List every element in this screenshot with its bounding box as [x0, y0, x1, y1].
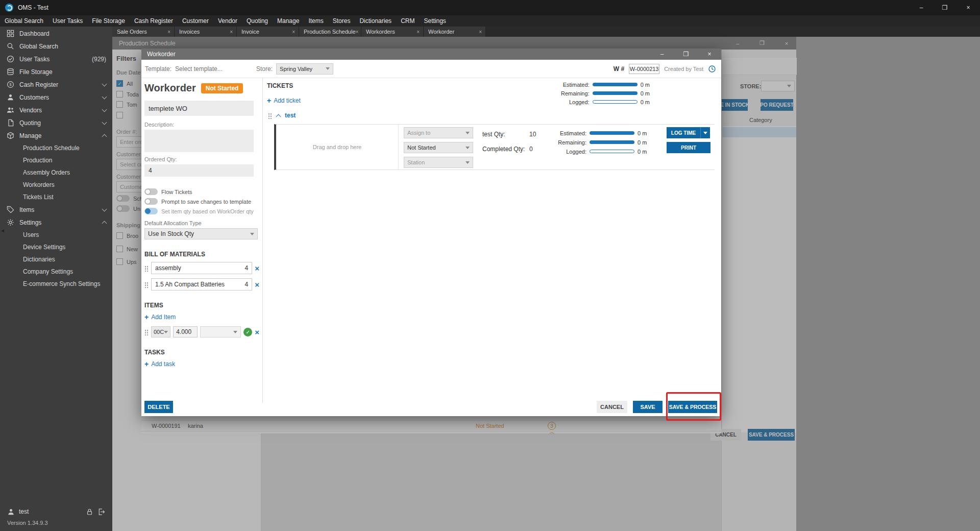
item-qty-workorder-toggle[interactable]: [144, 208, 158, 214]
maximize-icon[interactable]: ❐: [678, 49, 694, 60]
menu-file-storage[interactable]: File Storage: [87, 15, 130, 27]
sidebar-item-cash-register[interactable]: $ Cash Register: [0, 78, 112, 91]
chevron-down-icon: [465, 161, 470, 164]
menu-user-tasks[interactable]: User Tasks: [48, 15, 87, 27]
print-button[interactable]: PRINT: [667, 142, 710, 153]
items-heading: ITEMS: [144, 302, 259, 309]
tab-invoices[interactable]: Invoices×: [175, 27, 237, 37]
sidebar-item-global-search[interactable]: Global Search: [0, 40, 112, 53]
tab-workorder[interactable]: Workorder×: [424, 27, 486, 37]
save-and-process-button[interactable]: SAVE & PROCESS: [668, 401, 717, 413]
station-select[interactable]: Station: [404, 157, 473, 168]
ordered-qty-input[interactable]: [144, 164, 254, 177]
minimize-icon[interactable]: –: [910, 0, 933, 15]
sidebar-item-dictionaries[interactable]: Dictionaries: [0, 253, 112, 266]
menu-vendor[interactable]: Vendor: [213, 15, 242, 27]
ticket-status-select[interactable]: Not Started: [404, 142, 473, 153]
store-select[interactable]: Spring Valley: [276, 63, 333, 75]
menu-global-search[interactable]: Global Search: [0, 15, 48, 27]
close-icon[interactable]: ×: [957, 0, 980, 15]
menu-items[interactable]: Items: [304, 15, 328, 27]
delete-button[interactable]: DELETE: [144, 401, 173, 413]
sidebar-item-dashboard[interactable]: Dashboard: [0, 27, 112, 40]
menu-dictionaries[interactable]: Dictionaries: [355, 15, 396, 27]
add-task-link[interactable]: +Add task: [144, 360, 259, 368]
log-time-dropdown-button[interactable]: [700, 127, 710, 138]
sidebar-item-device-settings[interactable]: Device Settings: [0, 241, 112, 253]
logout-icon[interactable]: [97, 508, 105, 516]
sidebar-item-users[interactable]: Users: [0, 229, 112, 241]
sidebar-item-quoting[interactable]: Quoting: [0, 116, 112, 129]
menu-customer[interactable]: Customer: [178, 15, 213, 27]
drag-handle-icon[interactable]: [144, 329, 149, 335]
menu-stores[interactable]: Stores: [328, 15, 355, 27]
log-time-button[interactable]: LOG TIME: [667, 127, 700, 138]
store-label: Store:: [256, 65, 273, 73]
sidebar-item-company-settings[interactable]: Company Settings: [0, 266, 112, 278]
remove-icon[interactable]: ×: [255, 264, 259, 272]
menu-crm[interactable]: CRM: [396, 15, 419, 27]
tab-close-icon[interactable]: ×: [356, 29, 359, 35]
bom-item[interactable]: assembly4: [151, 262, 252, 274]
sidebar-item-production[interactable]: Production: [0, 154, 112, 166]
tab-close-icon[interactable]: ×: [479, 29, 482, 35]
drag-handle-icon[interactable]: [144, 281, 149, 288]
ticket-card: Drag and drop here Assign to Not Started…: [274, 124, 715, 170]
tab-production-schedule[interactable]: Production Schedule×: [299, 27, 361, 37]
sidebar-item-vendors[interactable]: Vendors: [0, 104, 112, 116]
sidebar-item-workorders[interactable]: Workorders: [0, 179, 112, 191]
drag-handle-icon[interactable]: [268, 112, 272, 119]
minimize-icon[interactable]: –: [654, 49, 670, 60]
assign-to-select[interactable]: Assign to: [404, 127, 473, 138]
sidebar-item-tickets-list[interactable]: Tickets List: [0, 191, 112, 203]
sidebar-collapse-icon[interactable]: ◄: [0, 228, 5, 233]
sidebar-item-file-storage[interactable]: File Storage: [0, 65, 112, 78]
sidebar-item-settings[interactable]: Settings: [0, 216, 112, 229]
tab-close-icon[interactable]: ×: [230, 29, 233, 35]
menu-cash-register[interactable]: Cash Register: [130, 15, 178, 27]
tab-close-icon[interactable]: ×: [167, 29, 170, 35]
sidebar-item-assembly-orders[interactable]: Assembly Orders: [0, 166, 112, 179]
tab-sale-orders[interactable]: Sale Orders×: [112, 27, 175, 37]
menu-manage[interactable]: Manage: [273, 15, 304, 27]
sidebar-item-customers[interactable]: Customers: [0, 91, 112, 104]
workorder-name-input[interactable]: [144, 101, 254, 116]
sidebar-item-ecommerce-synch-settings[interactable]: E-commerce Synch Settings: [0, 278, 112, 290]
tab-close-icon[interactable]: ×: [416, 29, 420, 35]
item-option-select[interactable]: [200, 326, 241, 337]
menu-quoting[interactable]: Quoting: [242, 15, 273, 27]
tab-workorders[interactable]: Workorders×: [361, 27, 424, 37]
bill-of-materials-heading: BILL OF MATERIALS: [144, 251, 259, 258]
item-qty-input[interactable]: [173, 326, 198, 337]
item-code-select[interactable]: 00C: [151, 326, 170, 337]
tab-invoice[interactable]: Invoice×: [237, 27, 299, 37]
collapse-group-icon[interactable]: [276, 114, 281, 119]
cancel-button[interactable]: CANCEL: [597, 401, 627, 413]
sidebar-item-production-schedule[interactable]: Production Schedule: [0, 142, 112, 154]
remove-icon[interactable]: ×: [255, 281, 259, 288]
remove-icon[interactable]: ×: [255, 328, 259, 336]
sidebar-item-items[interactable]: Items: [0, 203, 112, 216]
drag-handle-icon[interactable]: [144, 265, 149, 272]
svg-text:$: $: [9, 82, 12, 87]
add-item-link[interactable]: +Add Item: [144, 313, 259, 321]
menu-settings[interactable]: Settings: [419, 15, 450, 27]
maximize-icon[interactable]: ❐: [933, 0, 957, 15]
sidebar-item-manage[interactable]: Manage: [0, 129, 112, 142]
flow-tickets-toggle[interactable]: [144, 188, 158, 195]
tab-close-icon[interactable]: ×: [292, 29, 295, 35]
description-textarea[interactable]: [144, 130, 254, 152]
sidebar-item-user-tasks[interactable]: User Tasks (929): [0, 53, 112, 65]
wo-number-input[interactable]: [629, 64, 659, 74]
history-clock-icon[interactable]: [708, 65, 716, 73]
ticket-dropzone[interactable]: Drag and drop here: [276, 125, 399, 170]
bom-item[interactable]: 1.5 Ah Compact Batteries4: [151, 278, 252, 291]
prompt-save-template-toggle[interactable]: [144, 198, 158, 205]
add-ticket-link[interactable]: +Add ticket: [267, 96, 721, 105]
save-button[interactable]: SAVE: [633, 401, 663, 413]
close-icon[interactable]: ×: [702, 49, 717, 60]
lock-icon[interactable]: [86, 508, 93, 516]
plus-icon: +: [144, 313, 149, 321]
allocation-type-select[interactable]: Use In Stock Qty: [144, 228, 258, 239]
template-input[interactable]: [175, 65, 231, 73]
